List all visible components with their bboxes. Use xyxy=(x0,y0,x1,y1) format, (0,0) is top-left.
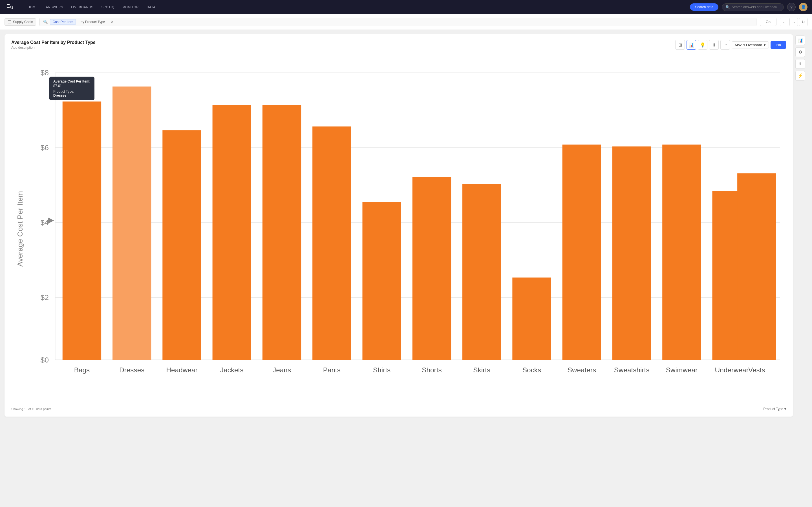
sidebar-info-button[interactable]: ℹ xyxy=(795,59,805,69)
svg-text:$6: $6 xyxy=(40,144,49,152)
search-magnify-icon: 🔍 xyxy=(43,20,48,24)
svg-text:Jackets: Jackets xyxy=(220,366,244,374)
source-icon: ☰ xyxy=(8,20,11,24)
svg-text:Vests: Vests xyxy=(748,366,765,374)
top-nav: HOME ANSWERS LIVEBOARDS SPOTIQ MONITOR D… xyxy=(0,0,812,14)
chart-icon: 📊 xyxy=(798,38,803,43)
bar-socks[interactable] xyxy=(512,277,551,360)
svg-text:Pants: Pants xyxy=(323,366,341,374)
svg-text:Sweatshirts: Sweatshirts xyxy=(614,366,650,374)
nav-data[interactable]: DATA xyxy=(143,0,159,14)
nav-liveboards[interactable]: LIVEBOARDS xyxy=(67,0,97,14)
source-label: Supply Chain xyxy=(13,20,33,24)
chart-footer: Showing 15 of 15 data points Product Typ… xyxy=(11,407,786,411)
svg-text:Average Cost Per Item: Average Cost Per Item xyxy=(16,191,24,267)
chevron-down-icon: ▾ xyxy=(764,43,766,47)
search-token-by: by Product Type xyxy=(78,19,108,25)
search-answers-box[interactable]: 🔍 xyxy=(722,3,784,11)
svg-text:Sweaters: Sweaters xyxy=(567,366,596,374)
svg-text:Shirts: Shirts xyxy=(373,366,391,374)
svg-text:Underwear: Underwear xyxy=(715,366,749,374)
bar-skirts[interactable] xyxy=(462,184,501,360)
chart-subtitle[interactable]: Add description xyxy=(11,46,96,50)
back-arrow-button[interactable]: ← xyxy=(780,18,788,26)
table-view-button[interactable]: ⊞ xyxy=(675,40,685,50)
svg-text:Swimwear: Swimwear xyxy=(666,366,698,374)
svg-text:Dresses: Dresses xyxy=(119,366,144,374)
svg-text:Skirts: Skirts xyxy=(473,366,490,374)
bolt-icon: ⚡ xyxy=(798,73,803,78)
lightbulb-icon: 💡 xyxy=(700,42,705,48)
sidebar-chart-button[interactable]: 📊 xyxy=(795,36,805,45)
bar-dresses[interactable] xyxy=(112,87,151,360)
sidebar-bolt-button[interactable]: ⚡ xyxy=(795,71,805,80)
chart-title-group: Average Cost Per Item by Product Type Ad… xyxy=(11,40,96,50)
svg-text:▶: ▶ xyxy=(48,216,54,224)
nav-spotiq[interactable]: SPOTIQ xyxy=(97,0,118,14)
svg-text:Shorts: Shorts xyxy=(422,366,442,374)
bar-chart-button[interactable]: 📊 xyxy=(687,40,696,50)
svg-text:Jeans: Jeans xyxy=(273,366,291,374)
liveboard-label: MVA's Liveboard xyxy=(735,43,762,47)
bar-jackets[interactable] xyxy=(213,105,251,360)
bar-bags[interactable] xyxy=(63,101,101,360)
nav-answers[interactable]: ANSWERS xyxy=(42,0,67,14)
x-axis-label-text: Product Type xyxy=(763,407,783,411)
bar-chart-icon: 📊 xyxy=(689,42,694,48)
search-input-area[interactable]: 🔍 Cost Per Item by Product Type × xyxy=(40,18,756,26)
search-bar-row: ☰ Supply Chain 🔍 Cost Per Item by Produc… xyxy=(0,14,812,30)
svg-text:Socks: Socks xyxy=(522,366,541,374)
svg-text:Headwear: Headwear xyxy=(166,366,197,374)
bar-headwear[interactable] xyxy=(162,130,201,360)
share-button[interactable]: ⬆ xyxy=(709,40,719,50)
refresh-button[interactable]: ↻ xyxy=(799,18,808,26)
bar-shirts[interactable] xyxy=(362,202,401,360)
chart-card: Average Cost Per Item by Product Type Ad… xyxy=(4,34,793,416)
svg-text:$8: $8 xyxy=(40,68,49,77)
search-answers-input[interactable] xyxy=(732,5,777,9)
more-options-button[interactable]: ··· xyxy=(720,40,730,50)
bar-shorts[interactable] xyxy=(412,177,451,360)
gear-icon: ⚙ xyxy=(799,50,802,55)
chart-area: Average Cost Per Item $8 $6 $4 $2 xyxy=(11,54,786,405)
chevron-down-icon: ▾ xyxy=(784,407,786,411)
source-badge[interactable]: ☰ Supply Chain xyxy=(4,18,36,25)
main-content: Average Cost Per Item by Product Type Ad… xyxy=(0,30,812,421)
svg-text:$0: $0 xyxy=(40,356,49,364)
info-icon: ℹ xyxy=(799,61,801,66)
share-icon: ⬆ xyxy=(712,42,716,48)
chart-title: Average Cost Per Item by Product Type xyxy=(11,40,96,45)
forward-arrow-button[interactable]: → xyxy=(790,18,798,26)
bar-sweatshirts[interactable] xyxy=(612,147,651,360)
liveboard-dropdown[interactable]: MVA's Liveboard ▾ xyxy=(732,41,769,48)
search-clear-button[interactable]: × xyxy=(110,19,114,24)
bar-vests[interactable] xyxy=(737,173,776,360)
table-icon: ⊞ xyxy=(678,42,682,48)
logo[interactable] xyxy=(4,2,15,12)
svg-text:$2: $2 xyxy=(40,293,49,302)
nav-arrows: ← → ↻ xyxy=(780,18,808,26)
right-sidebar: 📊 ⚙ ℹ ⚡ xyxy=(793,34,808,416)
nav-home[interactable]: HOME xyxy=(24,0,42,14)
avatar[interactable]: 👤 xyxy=(799,3,808,11)
go-button[interactable]: Go xyxy=(760,18,776,26)
nav-right: Search data 🔍 ? 👤 xyxy=(690,3,808,11)
pin-button[interactable]: Pin xyxy=(770,41,786,49)
data-points-label: Showing 15 of 15 data points xyxy=(11,407,51,411)
bar-chart-svg: Average Cost Per Item $8 $6 $4 $2 xyxy=(11,54,786,404)
bar-swimwear[interactable] xyxy=(662,145,701,360)
nav-monitor[interactable]: MONITOR xyxy=(118,0,143,14)
insight-button[interactable]: 💡 xyxy=(698,40,707,50)
svg-rect-4 xyxy=(7,4,7,8)
bar-sweaters[interactable] xyxy=(562,145,601,360)
x-axis-label-button[interactable]: Product Type ▾ xyxy=(763,407,786,411)
svg-text:$4: $4 xyxy=(40,218,49,227)
search-data-button[interactable]: Search data xyxy=(690,3,718,11)
chart-actions: ⊞ 📊 💡 ⬆ ··· MVA's Liveboard ▾ P xyxy=(675,40,786,50)
bar-pants[interactable] xyxy=(312,126,351,360)
bar-jeans[interactable] xyxy=(262,105,301,360)
search-token-cost[interactable]: Cost Per Item xyxy=(50,19,75,25)
help-button[interactable]: ? xyxy=(787,3,796,11)
chart-header: Average Cost Per Item by Product Type Ad… xyxy=(11,40,786,50)
sidebar-settings-button[interactable]: ⚙ xyxy=(795,47,805,57)
